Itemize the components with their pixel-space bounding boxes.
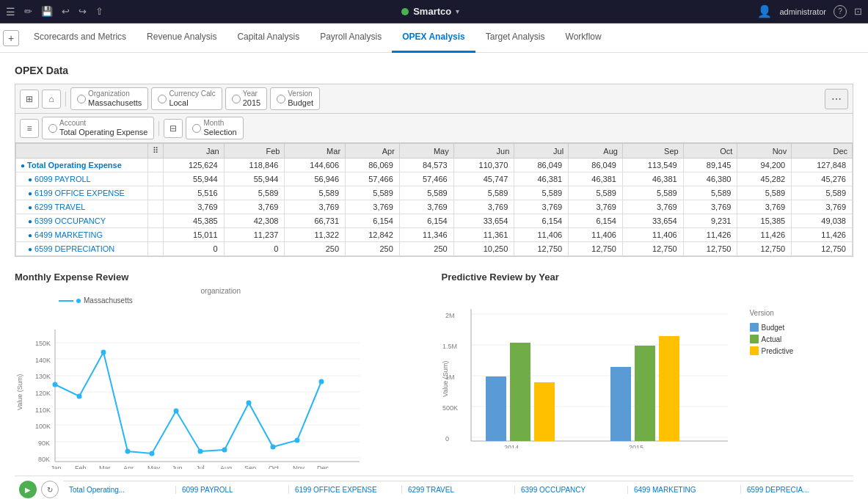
row-value-cell: 3,769 [792,200,853,214]
row-label-cell[interactable]: ●6099 PAYROLL [16,172,148,186]
bottom-legend-item-1[interactable]: 6099 PAYROLL [176,486,289,494]
bar-chart-svg: 0 500K 1M 1.5M 2M Value (Sum) [442,287,743,448]
filter-columns-icon[interactable]: ⊟ [164,119,183,138]
brand-dot [401,8,409,15]
row-value-cell: 118,846 [224,159,285,172]
svg-text:Feb: Feb [75,465,87,469]
filter-grid-icon[interactable]: ⊞ [20,90,39,109]
charts-row: Monthly Expense Review organization Mass… [15,272,853,471]
row-expand-icon[interactable]: ● [21,161,25,170]
bottom-legend-item-5[interactable]: 6499 MARKETING [628,486,741,494]
svg-text:Aug: Aug [220,465,232,469]
play-button[interactable]: ▶ [19,481,37,498]
line-chart-series-label: Massachusetts [59,296,427,305]
tab-scorecards[interactable]: Scorecards and Metrics [23,23,136,53]
admin-avatar-icon: 👤 [757,4,772,18]
row-label-cell[interactable]: ●6499 MARKETING [16,228,148,242]
bottom-legend-item-2[interactable]: 6199 OFFICE EXPENSE [289,486,402,494]
col-header-sep: Sep [622,144,683,159]
col-header-label [16,144,148,159]
tab-workflow[interactable]: Workflow [555,23,612,53]
bar-chart-content: 0 500K 1M 1.5M 2M Value (Sum) [442,287,854,448]
spin-button[interactable]: ↻ [41,481,59,498]
add-tab-button[interactable]: + [3,30,19,46]
col-header-nov: Nov [737,144,792,159]
table-row: ●6599 DEPRECIATION0025025025010,25012,75… [16,242,853,256]
row-value-cell: 3,769 [569,200,623,214]
row-value-cell: 6,154 [569,214,623,228]
brand-dropdown-icon[interactable]: ▾ [456,7,459,15]
main-content: OPEX Data ⊞ ⌂ Organization Massachusetts… [0,53,868,499]
redo-icon[interactable]: ↪ [79,6,87,17]
row-label-cell[interactable]: ●6199 OFFICE EXPENSE [16,186,148,200]
filter-version[interactable]: Version Budget [270,87,320,110]
svg-text:110K: 110K [35,407,51,414]
row-value-cell: 0 [224,242,285,256]
row-expand-icon[interactable]: ● [28,175,32,183]
row-value-cell: 5,516 [164,186,225,200]
row-value-cell: 250 [399,242,453,256]
row-label-cell[interactable]: ●6299 TRAVEL [16,200,148,214]
bottom-legend-item-0[interactable]: Total Operating... [63,486,176,494]
legend-title: Version [750,309,794,317]
bar-2015-actual [635,346,655,441]
tab-revenue[interactable]: Revenue Analysis [136,23,227,53]
pencil-icon[interactable]: ✏ [24,6,32,17]
row-label-cell[interactable]: ●Total Operating Expense [16,159,148,172]
row-value-cell: 3,769 [683,200,737,214]
bottom-legend-item-3[interactable]: 6299 TRAVEL [402,486,515,494]
row-value-cell: 11,361 [453,228,514,242]
row-value-cell: 84,573 [399,159,453,172]
save-icon[interactable]: 💾 [41,6,53,17]
filter-home-icon[interactable]: ⌂ [42,90,61,109]
col-header-feb: Feb [224,144,285,159]
filter-currency[interactable]: Currency Calc Local [151,87,222,110]
row-value-cell: 11,426 [792,228,853,242]
svg-text:Jun: Jun [172,465,183,469]
row-value-cell: 12,750 [737,242,792,256]
table-row: ●6399 OCCUPANCY45,38542,30866,7316,1546,… [16,214,853,228]
row-value-cell: 125,624 [164,159,225,172]
row-expand-icon[interactable]: ● [28,245,32,253]
bottom-legend-item-6[interactable]: 6599 DEPRECIA... [741,486,853,494]
undo-icon[interactable]: ↩ [62,6,70,17]
row-value-cell: 66,731 [285,214,346,228]
tab-opex[interactable]: OPEX Analysis [392,23,475,53]
bar-chart-box: Predictive Review by Year 0 500K 1M 1.5M… [442,272,854,471]
filter-month[interactable]: Month Selection [186,117,243,139]
row-value-cell: 46,380 [683,172,737,186]
filter-account[interactable]: Account Total Operating Expense [42,117,154,139]
row-label-cell[interactable]: ●6399 OCCUPANCY [16,214,148,228]
tab-payroll[interactable]: Payroll Analysis [310,23,392,53]
row-expand-icon[interactable]: ● [28,189,32,197]
svg-text:Sep: Sep [244,465,256,469]
bottom-legend-item-4[interactable]: 6399 OCCUPANCY [515,486,628,494]
row-value-cell: 5,589 [399,186,453,200]
row-label-cell[interactable]: ●6599 DEPRECIATION [16,242,148,256]
svg-text:150K: 150K [35,340,51,347]
row-value-cell: 33,654 [622,214,683,228]
row-value-cell: 0 [164,242,225,256]
table-row: ●6499 MARKETING15,01111,23711,32212,8421… [16,228,853,242]
tab-target[interactable]: Target Analysis [475,23,555,53]
help-button[interactable]: ? [834,5,847,18]
row-value-cell: 11,426 [683,228,737,242]
share-icon[interactable]: ⇧ [95,6,103,17]
bar-2015-budget [610,367,631,441]
filter-more-button[interactable]: ⋯ [825,89,848,109]
row-value-cell: 57,466 [399,172,453,186]
filter-rows-icon[interactable]: ≡ [20,119,39,138]
row-value-cell: 110,370 [453,159,514,172]
window-icon[interactable]: ⊡ [854,6,862,17]
filter-year[interactable]: Year 2015 [225,87,267,110]
svg-point-22 [125,449,131,454]
hamburger-icon[interactable]: ☰ [6,6,15,18]
row-value-cell: 86,049 [569,159,623,172]
row-expand-icon[interactable]: ● [28,217,32,225]
filter-organization[interactable]: Organization Massachusetts [70,87,148,110]
row-expand-icon[interactable]: ● [28,231,32,239]
row-expand-icon[interactable]: ● [28,203,32,211]
row-value-cell: 5,589 [224,186,285,200]
tab-capital[interactable]: Capital Analysis [227,23,310,53]
series-line-indicator [59,300,73,302]
